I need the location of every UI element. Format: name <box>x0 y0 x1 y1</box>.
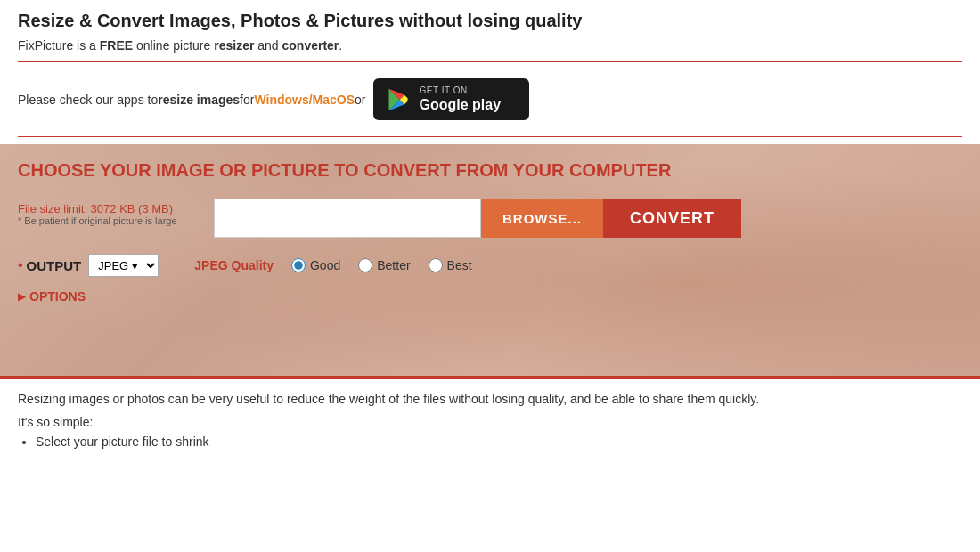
output-label: OUTPUT <box>27 258 82 273</box>
bottom-bullet1: Select your picture file to shrink <box>36 434 962 449</box>
file-size-limit: File size limit: 3072 KB (3 MB) <box>18 202 196 215</box>
file-input-row: BROWSE... CONVERT <box>214 199 962 238</box>
quality-radio-good[interactable] <box>291 258 306 272</box>
google-play-icon <box>386 87 411 112</box>
top-section: Resize & Convert Images, Photos & Pictur… <box>0 0 980 137</box>
subtitle: FixPicture is a FREE online picture resi… <box>18 38 962 53</box>
file-area: File size limit: 3072 KB (3 MB) * Be pat… <box>18 199 962 238</box>
bottom-section: Resizing images or photos can be very us… <box>0 376 980 458</box>
windows-macOS-link[interactable]: Windows/MacOS <box>254 93 355 107</box>
google-play-text: GET IT ON Google play <box>420 85 502 113</box>
subtitle-converter: converter <box>282 38 339 53</box>
subtitle-middle: online picture <box>133 38 214 53</box>
bottom-divider <box>18 136 962 137</box>
google-play-label: Google play <box>420 96 502 113</box>
quality-option-better[interactable]: Better <box>358 258 410 272</box>
quality-good-label: Good <box>310 258 340 272</box>
quality-option-best[interactable]: Best <box>429 258 472 272</box>
convert-section: CHOOSE YOUR IMAGE OR PICTURE TO CONVERT … <box>0 144 980 376</box>
convert-button[interactable]: CONVERT <box>603 199 741 238</box>
subtitle-free: FREE <box>100 38 133 53</box>
apps-text-prefix: Please check our apps to <box>18 93 158 107</box>
options-label[interactable]: OPTIONS <box>29 289 86 304</box>
options-row[interactable]: ▶ OPTIONS <box>18 289 962 304</box>
file-path-input[interactable] <box>214 199 481 238</box>
choose-title: CHOOSE YOUR IMAGE OR PICTURE TO CONVERT … <box>18 160 962 181</box>
get-it-on-label: GET IT ON <box>420 85 502 96</box>
quality-best-label: Best <box>447 258 472 272</box>
apps-row: Please check our apps to resize images f… <box>18 69 962 129</box>
page-title: Resize & Convert Images, Photos & Pictur… <box>18 11 962 31</box>
file-info: File size limit: 3072 KB (3 MB) * Be pat… <box>18 199 196 226</box>
quality-radio-best[interactable] <box>429 258 443 272</box>
options-arrow-icon: ▶ <box>18 290 26 303</box>
jpeg-quality-label: JPEG Quality <box>194 258 274 272</box>
apps-text-or: or <box>355 93 365 107</box>
top-divider <box>18 61 962 62</box>
google-play-button[interactable]: GET IT ON Google play <box>373 78 529 120</box>
bottom-paragraph1: Resizing images or photos can be very us… <box>18 392 962 406</box>
output-format-select[interactable]: JPEG ▾ PNG GIF BMP TIFF WEBP <box>88 254 159 277</box>
quality-radio-better[interactable] <box>358 258 372 272</box>
apps-text-for: for <box>240 93 254 107</box>
subtitle-prefix: FixPicture is a <box>18 38 100 53</box>
patience-note: * Be patient if original picture is larg… <box>18 215 196 226</box>
quality-better-label: Better <box>377 258 410 272</box>
subtitle-resizer: resizer <box>214 38 254 53</box>
subtitle-end: . <box>339 38 342 53</box>
subtitle-and: and <box>254 38 282 53</box>
output-bullet: • <box>18 257 23 273</box>
resize-images-label: resize images <box>158 93 240 107</box>
browse-button[interactable]: BROWSE... <box>481 199 603 238</box>
bottom-list: Select your picture file to shrink <box>18 434 962 449</box>
quality-option-good[interactable]: Good <box>291 258 340 272</box>
output-row: • OUTPUT JPEG ▾ PNG GIF BMP TIFF WEBP JP… <box>18 254 962 277</box>
bottom-paragraph2: It's so simple: <box>18 415 962 429</box>
